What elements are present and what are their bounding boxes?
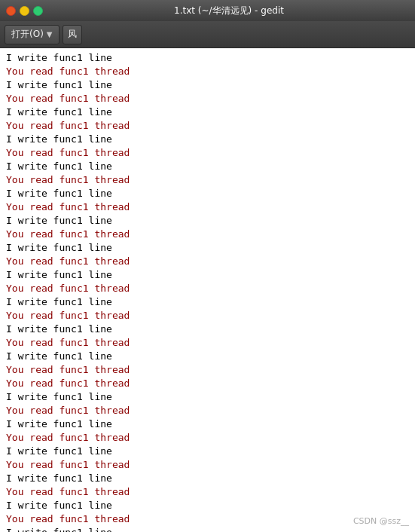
window-controls	[6, 6, 43, 16]
open-label: 打开(O)	[11, 28, 44, 41]
close-button[interactable]	[6, 6, 16, 16]
editor-line: I write func1 line	[6, 241, 409, 255]
editor-line: You read func1 thread	[6, 336, 409, 350]
title-bar: 1.txt (~/华清远见) - gedit	[0, 0, 415, 21]
editor-line: You read func1 thread	[6, 512, 409, 526]
editor-line: You read func1 thread	[6, 146, 409, 160]
watermark: CSDN @ssz__	[353, 516, 409, 526]
editor-line: I write func1 line	[6, 295, 409, 309]
editor-line: You read func1 thread	[6, 485, 409, 499]
editor-line: I write func1 line	[6, 268, 409, 282]
minimize-button[interactable]	[20, 6, 29, 16]
maximize-button[interactable]	[33, 6, 43, 16]
editor-line: You read func1 thread	[6, 377, 409, 390]
editor-line: You read func1 thread	[6, 65, 409, 78]
toolbar: 打开(O) ▼ 风	[0, 21, 415, 48]
editor-line: I write func1 line	[6, 390, 409, 404]
editor-line: I write func1 line	[6, 417, 409, 431]
editor-line: You read func1 thread	[6, 228, 409, 241]
editor-line: You read func1 thread	[6, 431, 409, 445]
editor-line: You read func1 thread	[6, 92, 409, 105]
editor-line: You read func1 thread	[6, 282, 409, 295]
dropdown-arrow-icon: ▼	[47, 30, 53, 38]
editor-area[interactable]: I write func1 lineYou read func1 threadI…	[0, 48, 415, 532]
open-button[interactable]: 打开(O) ▼	[5, 25, 60, 44]
editor-content: I write func1 lineYou read func1 threadI…	[6, 51, 409, 532]
editor-line: I write func1 line	[6, 51, 409, 65]
editor-line: You read func1 thread	[6, 255, 409, 268]
editor-line: I write func1 line	[6, 214, 409, 228]
window-title: 1.txt (~/华清远见) - gedit	[49, 5, 409, 17]
editor-line: I write func1 line	[6, 187, 409, 200]
icon-button[interactable]: 风	[63, 25, 82, 44]
editor-line: I write func1 line	[6, 323, 409, 336]
editor-line: You read func1 thread	[6, 173, 409, 187]
editor-line: I write func1 line	[6, 133, 409, 146]
editor-line: I write func1 line	[6, 160, 409, 173]
editor-line: I write func1 line	[6, 350, 409, 363]
icon-label: 风	[68, 28, 77, 41]
editor-line: You read func1 thread	[6, 458, 409, 472]
editor-line: I write func1 line	[6, 78, 409, 92]
editor-line: I write func1 line	[6, 472, 409, 485]
editor-line: You read func1 thread	[6, 309, 409, 323]
editor-line: I write func1 line	[6, 499, 409, 512]
editor-line: I write func1 line	[6, 445, 409, 458]
editor-line: I write func1 line	[6, 526, 409, 532]
editor-line: You read func1 thread	[6, 200, 409, 214]
editor-line: I write func1 line	[6, 105, 409, 119]
editor-line: You read func1 thread	[6, 363, 409, 377]
editor-line: You read func1 thread	[6, 119, 409, 133]
editor-line: You read func1 thread	[6, 404, 409, 417]
